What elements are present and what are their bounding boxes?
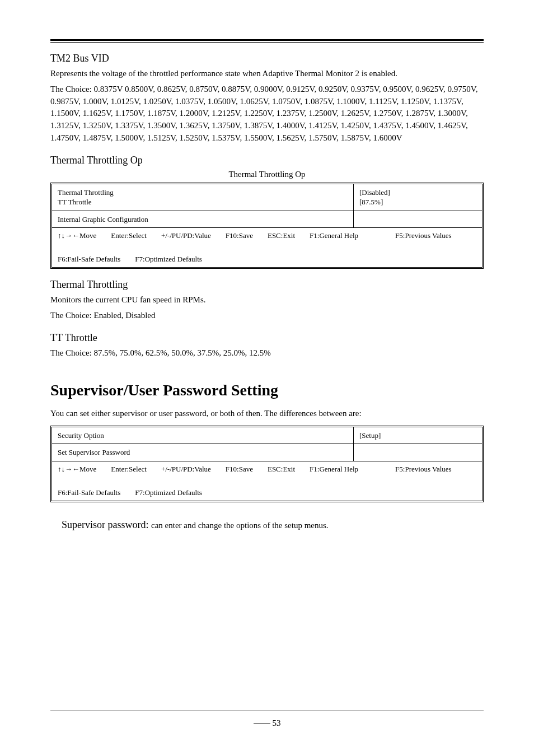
section-tt-choices: The Choice: Enabled, Disabled xyxy=(50,310,484,322)
footer-esc: ESC:Exit xyxy=(268,231,295,240)
bios-cell-right-sec: [Setup] xyxy=(353,427,482,444)
bios-cell-left: Thermal Throttling TT Throttle xyxy=(52,184,353,211)
section-tm2-desc: Represents the voltage of the throttled … xyxy=(50,68,484,80)
bios-cell-left2: Internal Graphic Configuration xyxy=(52,211,353,228)
footer-enter: Enter:Select xyxy=(111,231,147,240)
section-tt-title: Thermal Throttling xyxy=(50,279,484,291)
security-para: You can set either supervisor or user pa… xyxy=(50,407,484,420)
section-ttop-title: Thermal Throttling Op xyxy=(50,155,484,166)
footer-f7: F7:Optimized Defaults xyxy=(135,488,202,497)
footer-f6: F6:Fail-Safe Defaults xyxy=(58,488,120,497)
bios-value-875: [87.5%] xyxy=(359,197,476,207)
section-ttt-title: TT Throttle xyxy=(50,332,484,344)
bios-cell-right2 xyxy=(353,211,482,228)
supervisor-label: Supervisor password: can enter and chang… xyxy=(62,519,484,531)
bios-footer-sec: ↑↓→←Move Enter:Select +/-/PU/PD:Value F1… xyxy=(52,461,482,501)
sup-text: can enter and change the options of the … xyxy=(151,521,329,530)
footer-f1: F1:General Help xyxy=(310,465,358,474)
footer-save: F10:Save xyxy=(226,231,253,240)
footer-esc: ESC:Exit xyxy=(268,465,295,474)
bios-table-security: Security Option [Setup] Set Supervisor P… xyxy=(50,426,484,502)
footer-f1: F1:General Help xyxy=(310,231,358,240)
bios-cell-left-sec: Security Option xyxy=(52,427,353,444)
choices-label: The Choice: xyxy=(50,348,92,357)
bios-item-thermal-throttling: Thermal Throttling xyxy=(58,188,348,198)
section-ttt-choices: The Choice: 87.5%, 75.0%, 62.5%, 50.0%, … xyxy=(50,347,484,360)
bios-cell-left-sec2: Set Supervisor Password xyxy=(52,444,353,461)
choices-label: The Choice: xyxy=(50,85,92,94)
choices-values: Enabled, Disabled xyxy=(93,311,155,320)
choices-values: 0.8375V 0.8500V, 0.8625V, 0.8750V, 0.887… xyxy=(50,85,477,142)
footer-f5: F5:Previous Values xyxy=(395,465,452,474)
sup-label-text: Supervisor password: xyxy=(62,519,149,530)
bios-footer: ↑↓→←Move Enter:Select +/-/PU/PD:Value F1… xyxy=(52,227,482,267)
footer-f6: F6:Fail-Safe Defaults xyxy=(58,255,120,264)
footer-f5: F5:Previous Values xyxy=(395,231,452,240)
choices-label: The Choice: xyxy=(50,311,92,320)
bios-item-tt-throttle: TT Throttle xyxy=(58,197,348,207)
bios-value-disabled: [Disabled] xyxy=(359,188,476,198)
page-number: 53 xyxy=(0,718,534,728)
arrows-icon: ↑↓→← xyxy=(58,231,79,240)
page-number-text: 53 xyxy=(273,718,281,727)
footer-move: Move xyxy=(79,465,96,473)
choices-values: 87.5%, 75.0%, 62.5%, 50.0%, 37.5%, 25.0%… xyxy=(93,348,270,357)
bios-table-thermal: Thermal Throttling TT Throttle [Disabled… xyxy=(50,183,484,269)
footer-f7: F7:Optimized Defaults xyxy=(135,255,202,264)
footer-move: Move xyxy=(79,231,96,240)
footer-save: F10:Save xyxy=(226,465,253,474)
footer-pu: +/-/PU/PD:Value xyxy=(161,465,211,474)
section-tm2-choices: The Choice: 0.8375V 0.8500V, 0.8625V, 0.… xyxy=(50,83,484,144)
bios-cell-right-sec2 xyxy=(353,444,482,461)
footer-enter: Enter:Select xyxy=(111,465,147,474)
security-heading: Supervisor/User Password Setting xyxy=(50,381,484,399)
footer-rule xyxy=(50,711,484,711)
footer-pu: +/-/PU/PD:Value xyxy=(161,231,211,240)
bios-cell-right: [Disabled] [87.5%] xyxy=(353,184,482,211)
bios-caption: Thermal Throttling Op xyxy=(50,170,484,179)
section-tm2-title: TM2 Bus VID xyxy=(50,53,484,64)
arrows-icon: ↑↓→← xyxy=(58,465,79,473)
page-number-dash xyxy=(254,724,270,724)
section-tt-desc: Monitors the current CPU fan speed in RP… xyxy=(50,294,484,306)
